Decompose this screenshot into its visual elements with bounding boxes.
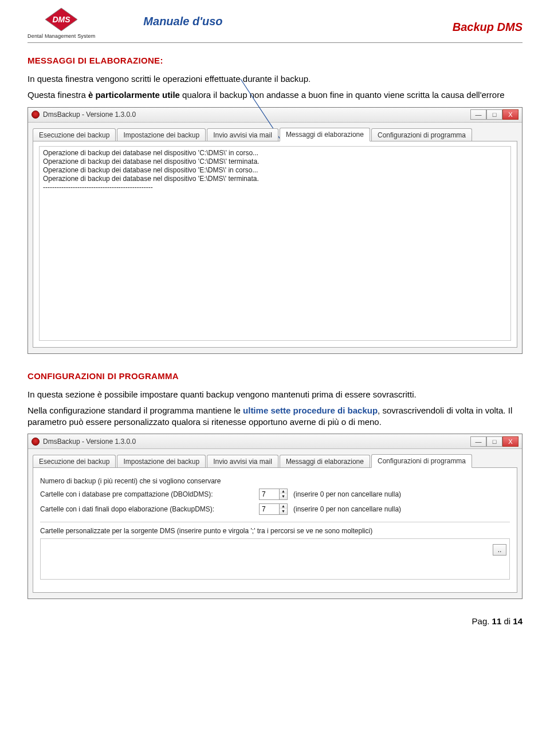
window-title-2: DmsBackup - Versione 1.3.0.0 bbox=[43, 438, 136, 446]
app-window-config: DmsBackup - Versione 1.3.0.0 — □ X Esecu… bbox=[28, 434, 522, 599]
section1-paragraph2: Questa finestra è particolarmente utile … bbox=[28, 89, 522, 101]
section1-p2-bold: è particolarmente utile bbox=[88, 90, 180, 100]
config-row1-label: Cartelle con i database pre compattazion… bbox=[40, 490, 253, 498]
footer-pre: Pag. bbox=[472, 616, 492, 626]
footer-page: 11 bbox=[492, 616, 502, 626]
section1-p2-a: Questa finestra bbox=[28, 90, 88, 100]
logo-text: DMS bbox=[53, 15, 71, 24]
tab-configurazioni[interactable]: Configurazioni di programma bbox=[371, 128, 472, 141]
close-button[interactable]: X bbox=[502, 109, 518, 120]
config-row2-value[interactable] bbox=[260, 504, 279, 514]
logo-subtitle: Dental Management System bbox=[28, 33, 95, 39]
config-multi-label: Cartelle personalizzate per la sorgente … bbox=[40, 527, 510, 535]
maximize-button-2[interactable]: □ bbox=[486, 436, 502, 447]
section2-p2-bold: ultime sette procedure di backup bbox=[243, 405, 378, 415]
app-icon bbox=[32, 111, 40, 119]
tabstrip-2: Esecuzione dei backup Impostazione dei b… bbox=[28, 449, 522, 467]
section1-paragraph1: In questa finestra vengono scritti le op… bbox=[28, 73, 522, 85]
app-window-messages: DmsBackup - Versione 1.3.0.0 — □ X Esecu… bbox=[28, 107, 522, 354]
browse-button[interactable]: .. bbox=[493, 544, 506, 556]
close-button-2[interactable]: X bbox=[502, 436, 518, 447]
titlebar: DmsBackup - Versione 1.3.0.0 — □ X bbox=[28, 108, 522, 123]
tab-content-config: Numero di backup (i più recenti) che si … bbox=[33, 467, 517, 593]
tab-configurazioni-2[interactable]: Configurazioni di programma bbox=[371, 454, 472, 468]
section-heading-config: CONFIGURAZIONI DI PROGRAMMA bbox=[28, 371, 522, 381]
footer-mid: di bbox=[501, 616, 513, 626]
tab-messaggi[interactable]: Messaggi di elaborazione bbox=[280, 128, 370, 141]
page-header: DMS Dental Management System Manuale d'u… bbox=[28, 10, 522, 43]
config-row1-value[interactable] bbox=[260, 489, 279, 499]
tab-esecuzione-2[interactable]: Esecuzione dei backup bbox=[33, 455, 116, 468]
tab-invio-avvisi[interactable]: Invio avvisi via mail bbox=[207, 128, 278, 141]
config-row1-hint: (inserire 0 per non cancellare nulla) bbox=[293, 490, 401, 498]
tab-impostazione[interactable]: Impostazione dei backup bbox=[117, 128, 206, 141]
maximize-button[interactable]: □ bbox=[486, 109, 502, 120]
footer-total: 14 bbox=[513, 616, 522, 626]
log-textarea[interactable] bbox=[39, 146, 511, 341]
header-title-left: Manuale d'uso bbox=[143, 15, 222, 28]
section2-p2-a: Nella configurazione standard il program… bbox=[28, 405, 243, 415]
titlebar-2: DmsBackup - Versione 1.3.0.0 — □ X bbox=[28, 434, 522, 449]
header-title-right: Backup DMS bbox=[453, 21, 522, 34]
spin-down-icon-2[interactable]: ▼ bbox=[280, 509, 287, 514]
config-row2-spinner[interactable]: ▲▼ bbox=[259, 503, 288, 515]
config-multi-textarea[interactable] bbox=[40, 538, 510, 580]
spin-down-icon[interactable]: ▼ bbox=[280, 494, 287, 499]
config-row2-label: Cartelle con i dati finali dopo elaboraz… bbox=[40, 505, 253, 513]
tab-content-messages bbox=[33, 141, 517, 348]
config-intro-label: Numero di backup (i più recenti) che si … bbox=[40, 477, 221, 485]
section-heading-messaggi: MESSAGGI DI ELABORAZIONE: bbox=[28, 56, 522, 65]
tabstrip: Esecuzione dei backup Impostazione dei b… bbox=[28, 123, 522, 141]
tab-esecuzione[interactable]: Esecuzione dei backup bbox=[33, 128, 116, 141]
spin-up-icon-2[interactable]: ▲ bbox=[280, 504, 287, 509]
tab-invio-avvisi-2[interactable]: Invio avvisi via mail bbox=[207, 455, 278, 468]
section2-paragraph2: Nella configurazione standard il program… bbox=[28, 405, 522, 428]
config-row2-hint: (inserire 0 per non cancellare nulla) bbox=[293, 505, 401, 513]
section2-paragraph1: In questa sezione è possibile impostare … bbox=[28, 389, 522, 400]
section1-p2-b: qualora il backup non andasse a buon fin… bbox=[180, 90, 505, 100]
tab-messaggi-2[interactable]: Messaggi di elaborazione bbox=[280, 455, 370, 468]
app-icon-2 bbox=[32, 438, 40, 446]
dms-logo: DMS Dental Management System bbox=[28, 7, 95, 39]
minimize-button[interactable]: — bbox=[470, 109, 486, 120]
window-title: DmsBackup - Versione 1.3.0.0 bbox=[43, 111, 136, 119]
page-footer: Pag. 11 di 14 bbox=[28, 616, 522, 626]
spin-up-icon[interactable]: ▲ bbox=[280, 489, 287, 494]
config-row1-spinner[interactable]: ▲▼ bbox=[259, 489, 288, 500]
minimize-button-2[interactable]: — bbox=[470, 436, 486, 447]
tab-impostazione-2[interactable]: Impostazione dei backup bbox=[117, 455, 206, 468]
